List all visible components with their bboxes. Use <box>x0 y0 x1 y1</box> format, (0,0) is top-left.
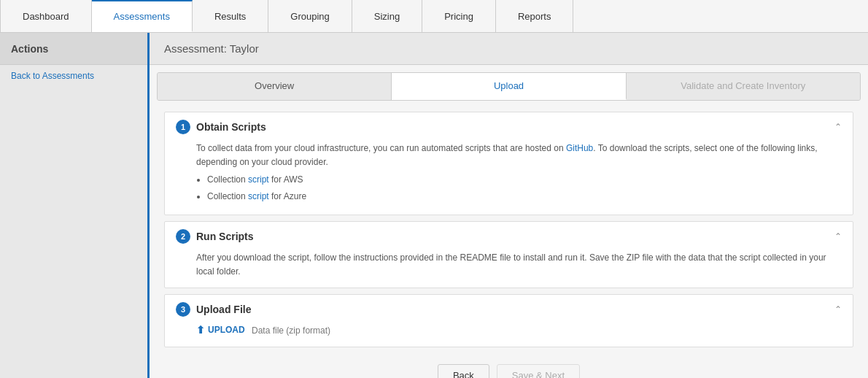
sidebar-item-back-to-assessments[interactable]: Back to Assessments <box>0 65 147 87</box>
top-navigation: Dashboard Assessments Results Grouping S… <box>0 0 868 33</box>
step-3-label: Upload File <box>196 304 251 315</box>
step-1-number: 1 <box>176 120 190 134</box>
step-1-body: To collect data from your cloud infrastr… <box>165 142 853 215</box>
step-2-header: 2 Run Scripts ⌃ <box>165 222 853 251</box>
nav-tab-grouping[interactable]: Grouping <box>268 0 352 32</box>
step-3-title: 3 Upload File <box>176 302 251 317</box>
step-2-description: After you download the script, follow th… <box>196 252 826 277</box>
step-2-body: After you download the script, follow th… <box>165 251 853 288</box>
step-1-description: To collect data from your cloud infrastr… <box>196 143 818 167</box>
content-body: 1 Obtain Scripts ⌃ To collect data from … <box>150 101 868 378</box>
step-3-number: 3 <box>176 302 190 317</box>
step-1-title: 1 Obtain Scripts <box>176 120 266 134</box>
nav-tab-assessments[interactable]: Assessments <box>92 0 193 32</box>
step-3-section: 3 Upload File ⌃ ⬆ UPLOAD Data file (zip … <box>164 294 853 347</box>
main-layout: Actions Back to Assessments Assessment: … <box>0 33 868 378</box>
assessment-title: Assessment: Taylor <box>150 33 868 65</box>
save-next-button: Save & Next <box>497 364 580 378</box>
step-1-collapse-icon[interactable]: ⌃ <box>834 122 842 132</box>
sub-tab-validate: Validate and Create Inventory <box>627 73 860 100</box>
upload-button[interactable]: ⬆ UPLOAD <box>196 324 245 336</box>
step-2-label: Run Scripts <box>196 231 254 242</box>
step-2-collapse-icon[interactable]: ⌃ <box>834 231 842 242</box>
sub-tab-overview[interactable]: Overview <box>158 73 392 100</box>
step-2-number: 2 <box>176 229 190 244</box>
step-2-section: 2 Run Scripts ⌃ After you download the s… <box>164 221 853 288</box>
upload-label: UPLOAD <box>208 325 245 335</box>
step-1-header: 1 Obtain Scripts ⌃ <box>165 112 853 142</box>
step-1-link-azure: Collection script for Azure <box>207 190 842 204</box>
nav-tab-pricing[interactable]: Pricing <box>422 0 496 32</box>
sub-tab-upload[interactable]: Upload <box>392 73 626 100</box>
step-3-header: 3 Upload File ⌃ <box>165 295 853 324</box>
nav-tab-results[interactable]: Results <box>193 0 268 32</box>
aws-script-link[interactable]: script <box>248 174 269 185</box>
main-content: Assessment: Taylor Overview Upload Valid… <box>150 33 868 378</box>
step-2-title: 2 Run Scripts <box>176 229 254 244</box>
step-1-section: 1 Obtain Scripts ⌃ To collect data from … <box>164 112 853 215</box>
step-1-label: Obtain Scripts <box>196 121 266 133</box>
github-link[interactable]: GitHub <box>566 143 593 153</box>
nav-tab-dashboard[interactable]: Dashboard <box>0 0 92 32</box>
bottom-bar: Back Save & Next <box>164 353 853 378</box>
step-1-link-aws: Collection script for AWS <box>207 173 842 187</box>
upload-icon: ⬆ <box>196 324 205 336</box>
azure-script-link[interactable]: script <box>248 191 269 201</box>
step-3-collapse-icon[interactable]: ⌃ <box>834 304 842 315</box>
sidebar: Actions Back to Assessments <box>0 33 150 378</box>
back-button[interactable]: Back <box>438 364 489 378</box>
sub-tabs: Overview Upload Validate and Create Inve… <box>157 72 861 101</box>
sidebar-header: Actions <box>0 33 147 65</box>
step-3-body: ⬆ UPLOAD Data file (zip format) <box>165 324 853 347</box>
nav-tab-sizing[interactable]: Sizing <box>352 0 422 32</box>
upload-hint: Data file (zip format) <box>252 325 330 336</box>
nav-tab-reports[interactable]: Reports <box>496 0 574 32</box>
step-1-links-list: Collection script for AWS Collection scr… <box>207 173 842 203</box>
